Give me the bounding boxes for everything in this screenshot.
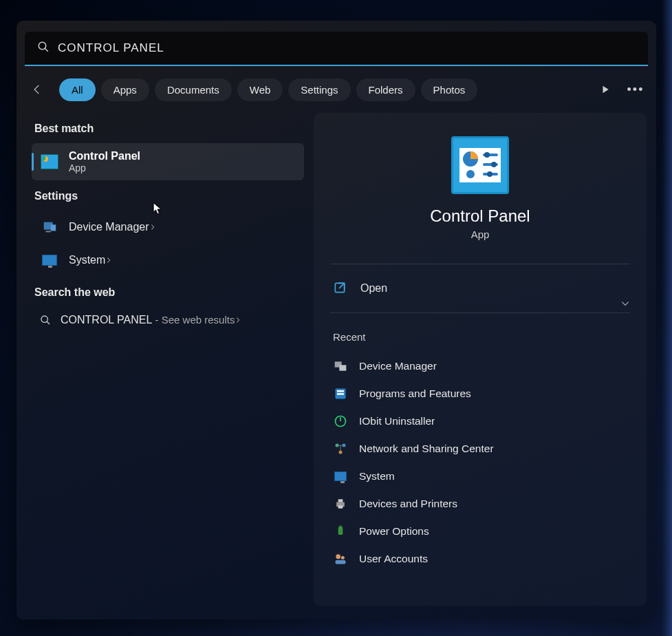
system-icon <box>40 251 59 270</box>
svg-point-37 <box>341 556 345 560</box>
recent-device-manager[interactable]: Device Manager <box>330 352 630 380</box>
chevron-right-icon <box>149 222 156 233</box>
recent-label: User Accounts <box>359 553 428 565</box>
search-icon <box>37 41 50 56</box>
section-header-web: Search the web <box>34 286 304 299</box>
control-panel-icon <box>40 152 59 171</box>
system-icon <box>333 469 348 484</box>
iobit-icon <box>333 414 348 429</box>
svg-rect-5 <box>51 224 56 231</box>
filter-tab-web[interactable]: Web <box>237 78 283 101</box>
preview-pane: Control Panel App Open Recent Device Man… <box>314 113 647 606</box>
filter-tab-photos[interactable]: Photos <box>421 78 478 101</box>
recent-user-accounts[interactable]: User Accounts <box>330 545 630 573</box>
power-icon <box>333 524 348 539</box>
result-device-manager[interactable]: Device Manager <box>32 211 304 244</box>
back-button[interactable] <box>25 77 50 102</box>
result-label: CONTROL PANEL - See web results <box>61 314 235 326</box>
recent-iobit-uninstaller[interactable]: IObit Uninstaller <box>330 407 630 435</box>
results-column: Best match Control Panel App Settings De… <box>17 113 314 615</box>
recent-label: Device Manager <box>359 360 437 372</box>
svg-rect-20 <box>339 365 346 370</box>
recent-label: Devices and Printers <box>359 498 457 510</box>
search-bar[interactable] <box>25 32 648 65</box>
svg-rect-32 <box>338 499 343 502</box>
svg-rect-34 <box>338 527 343 535</box>
section-header-settings: Settings <box>34 190 304 202</box>
recent-label: System <box>359 470 395 483</box>
svg-point-16 <box>487 171 492 177</box>
result-label: Device Manager <box>69 221 149 233</box>
svg-marker-39 <box>153 203 161 214</box>
search-input[interactable] <box>58 41 636 55</box>
device-manager-icon <box>40 218 59 237</box>
filter-row: All Apps Documents Web Settings Folders … <box>17 66 656 113</box>
collapse-chevron-icon[interactable] <box>620 299 630 311</box>
programs-icon <box>333 386 348 401</box>
printer-icon <box>333 496 348 511</box>
open-action[interactable]: Open <box>330 271 630 306</box>
search-icon <box>40 315 51 326</box>
open-label: Open <box>360 282 387 295</box>
svg-point-10 <box>466 170 475 178</box>
svg-point-14 <box>491 162 497 167</box>
divider <box>330 312 630 313</box>
more-options-button[interactable]: ••• <box>623 77 648 102</box>
network-icon <box>333 441 348 456</box>
svg-marker-2 <box>603 86 609 94</box>
result-title: Control Panel <box>69 150 296 162</box>
preview-header: Control Panel App <box>330 129 630 257</box>
filter-tab-settings[interactable]: Settings <box>288 78 350 101</box>
recent-label: Programs and Features <box>359 388 471 400</box>
svg-rect-4 <box>46 231 51 233</box>
play-icon[interactable] <box>593 77 618 102</box>
filter-tab-documents[interactable]: Documents <box>155 78 232 101</box>
recent-label: Network and Sharing Center <box>359 443 494 455</box>
svg-rect-38 <box>336 560 346 564</box>
svg-point-12 <box>484 152 490 158</box>
chevron-right-icon <box>235 315 241 326</box>
result-subtitle: App <box>69 162 296 173</box>
chevron-right-icon <box>105 255 112 266</box>
result-best-match[interactable]: Control Panel App <box>32 143 304 180</box>
preview-subtitle: App <box>471 229 490 240</box>
svg-line-1 <box>45 48 48 52</box>
control-panel-large-icon <box>451 136 509 194</box>
svg-rect-35 <box>339 526 341 528</box>
recent-devices-printers[interactable]: Devices and Printers <box>330 490 630 518</box>
result-label: System <box>69 254 105 266</box>
svg-rect-22 <box>337 390 344 392</box>
start-search-panel: All Apps Documents Web Settings Folders … <box>17 21 656 619</box>
open-icon <box>333 281 348 296</box>
filter-tab-folders[interactable]: Folders <box>356 78 415 101</box>
recent-programs-features[interactable]: Programs and Features <box>330 380 630 407</box>
result-system[interactable]: System <box>32 244 304 277</box>
svg-point-36 <box>336 554 340 559</box>
mouse-cursor-icon <box>153 202 162 216</box>
preview-title: Control Panel <box>430 206 530 226</box>
svg-rect-23 <box>337 393 344 395</box>
content-area: Best match Control Panel App Settings De… <box>17 113 656 615</box>
users-icon <box>333 551 348 566</box>
device-manager-icon <box>333 359 348 374</box>
filter-tab-apps[interactable]: Apps <box>101 78 149 101</box>
recent-system[interactable]: System <box>330 463 630 490</box>
recent-label: Power Options <box>359 525 429 538</box>
recent-label: IObit Uninstaller <box>359 415 435 427</box>
svg-point-0 <box>39 42 46 50</box>
recent-header: Recent <box>333 331 627 343</box>
svg-point-6 <box>41 316 47 322</box>
recent-power-options[interactable]: Power Options <box>330 518 630 545</box>
result-web-search[interactable]: CONTROL PANEL - See web results <box>32 307 304 333</box>
section-header-best-match: Best match <box>34 123 304 135</box>
svg-rect-33 <box>338 506 343 509</box>
svg-line-18 <box>339 283 345 288</box>
recent-network-sharing[interactable]: Network and Sharing Center <box>330 435 630 463</box>
desktop-background-edge <box>662 0 672 636</box>
filter-tab-all[interactable]: All <box>59 78 96 101</box>
svg-line-7 <box>47 321 50 324</box>
divider <box>330 264 630 264</box>
